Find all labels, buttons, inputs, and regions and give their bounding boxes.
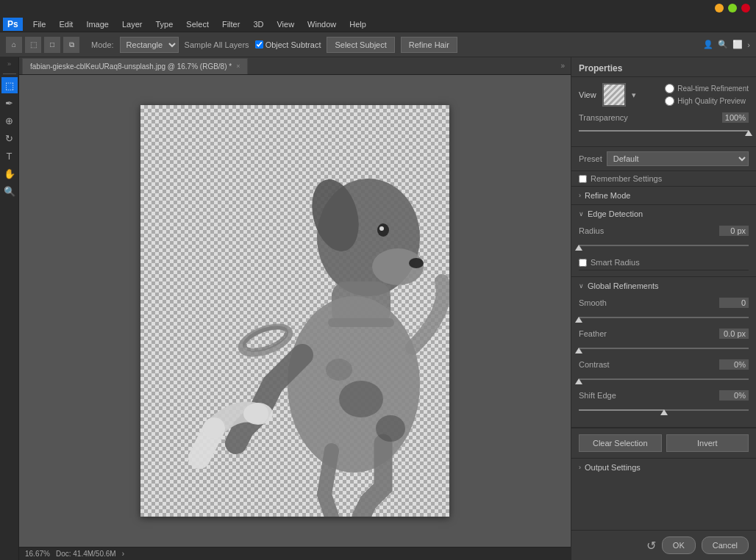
smooth-slider[interactable] — [579, 312, 749, 323]
status-arrow[interactable]: › — [122, 550, 124, 558]
contrast-thumb[interactable] — [575, 378, 582, 384]
ok-button[interactable]: OK — [662, 536, 696, 554]
canvas-viewport[interactable] — [19, 75, 571, 547]
menu-image[interactable]: Image — [80, 18, 115, 30]
refine-mode-header[interactable]: › Refine Mode — [571, 187, 756, 204]
radius-track — [579, 245, 749, 246]
view-section: View ▾ Real-time Refinement High Quality… — [571, 77, 756, 147]
transparency-slider-container[interactable] — [579, 126, 749, 136]
brush-tool[interactable]: ✒ — [1, 95, 18, 111]
menu-select[interactable]: Select — [180, 18, 215, 30]
global-refinements-header[interactable]: ∨ Global Refinements — [571, 277, 756, 295]
minimize-button[interactable] — [715, 4, 724, 12]
radius-value[interactable]: 0 px — [719, 226, 749, 236]
smooth-label: Smooth — [579, 298, 607, 307]
smooth-row: Smooth 0 — [579, 298, 749, 308]
mode-select[interactable]: Rectangle — [120, 37, 179, 53]
smooth-value[interactable]: 0 — [719, 298, 749, 308]
feather-track — [579, 348, 749, 349]
refine-mode-label: Refine Mode — [585, 191, 630, 200]
copy-icon[interactable]: ⧉ — [63, 37, 79, 53]
zoom-tool[interactable]: 🔍 — [1, 183, 18, 199]
radius-thumb[interactable] — [575, 245, 582, 251]
smart-radius-label: Smart Radius — [591, 258, 640, 267]
shift-edge-fill — [579, 409, 664, 411]
clear-selection-button[interactable]: Clear Selection — [579, 434, 662, 452]
cancel-button[interactable]: Cancel — [702, 536, 749, 554]
high-quality-preview-option: High Quality Preview — [665, 96, 749, 106]
healing-tool[interactable]: ⊕ — [1, 112, 18, 129]
search-icon[interactable]: 🔍 — [718, 40, 728, 49]
speech-tool[interactable]: T — [1, 148, 18, 164]
window-arrange-icon[interactable]: ⬜ — [732, 40, 743, 49]
transparency-fill — [579, 130, 749, 132]
high-quality-radio[interactable] — [665, 96, 674, 106]
shift-edge-thumb[interactable] — [660, 409, 668, 415]
smart-radius-checkbox[interactable] — [579, 259, 587, 267]
file-tab[interactable]: fabian-gieske-cblKeuURaq8-unsplash.jpg @… — [22, 58, 248, 74]
refine-mode-section: › Refine Mode — [571, 187, 756, 205]
toolbar-collapse[interactable]: » — [7, 60, 11, 68]
remember-settings-checkbox[interactable] — [579, 175, 587, 183]
transparency-thumb[interactable] — [745, 130, 752, 136]
close-button[interactable] — [741, 4, 750, 12]
reset-button[interactable]: ↺ — [646, 539, 656, 553]
home-icon[interactable]: ⌂ — [6, 37, 22, 53]
hand-tool[interactable]: ✋ — [1, 165, 18, 182]
tab-close-button[interactable]: × — [236, 62, 240, 70]
edge-detection-section: ∨ Edge Detection Radius 0 px Smart Radiu… — [571, 205, 756, 277]
feather-value[interactable]: 0.0 px — [719, 329, 749, 339]
view-dropdown-arrow: ▾ — [632, 90, 636, 100]
more-icon[interactable]: › — [747, 40, 750, 49]
menu-window[interactable]: Window — [302, 18, 342, 30]
menu-type[interactable]: Type — [150, 18, 179, 30]
menu-filter[interactable]: Filter — [216, 18, 246, 30]
mode-label: Mode: — [91, 40, 114, 49]
options-bar: ⌂ ⬚ □ ⧉ Mode: Rectangle Sample All Layer… — [0, 32, 756, 57]
svg-point-11 — [379, 226, 384, 231]
global-refinements-section: ∨ Global Refinements Smooth 0 Feather — [571, 277, 756, 428]
smooth-thumb[interactable] — [575, 317, 582, 323]
menu-edit[interactable]: Edit — [53, 18, 79, 30]
svg-point-8 — [376, 415, 405, 442]
preset-select[interactable]: Default Custom — [607, 151, 749, 166]
doc-size: Doc: 41.4M/50.6M — [56, 550, 116, 558]
global-refinements-content: Smooth 0 Feather 0.0 px — [571, 295, 756, 427]
right-panel: Properties View ▾ Real-time Refinement H… — [571, 57, 756, 560]
marquee-tool[interactable]: ⬚ — [1, 77, 18, 93]
menu-layer[interactable]: Layer — [116, 18, 149, 30]
invert-button[interactable]: Invert — [666, 434, 749, 452]
contrast-track — [579, 378, 749, 380]
view-thumbnail[interactable] — [602, 83, 626, 107]
edge-detection-label: Edge Detection — [588, 209, 643, 218]
radius-slider[interactable] — [579, 240, 749, 251]
menu-3d[interactable]: 3D — [247, 18, 269, 30]
refine-mode-arrow: › — [579, 192, 581, 199]
edge-detection-header[interactable]: ∨ Edge Detection — [571, 205, 756, 223]
output-settings-row[interactable]: › Output Settings — [571, 459, 756, 476]
tab-expand-icon[interactable]: » — [557, 62, 568, 70]
shift-edge-slider[interactable] — [579, 405, 749, 415]
shift-edge-label: Shift Edge — [579, 391, 616, 400]
contrast-value[interactable]: 0% — [719, 359, 749, 370]
brush-size-icon[interactable]: ⬚ — [25, 37, 41, 53]
panel-header: Properties — [571, 57, 756, 77]
feather-thumb[interactable] — [575, 348, 582, 353]
menu-file[interactable]: File — [27, 18, 52, 30]
contrast-slider[interactable] — [579, 374, 749, 384]
shift-edge-value[interactable]: 0% — [719, 390, 749, 401]
menu-help[interactable]: Help — [343, 18, 372, 30]
object-subtract-input[interactable] — [255, 40, 263, 49]
real-time-label: Real-time Refinement — [677, 85, 749, 93]
feather-slider[interactable] — [579, 343, 749, 353]
object-subtract-checkbox[interactable]: Object Subtract — [255, 40, 321, 49]
menu-view[interactable]: View — [271, 18, 300, 30]
lasso-tool[interactable]: ↻ — [1, 130, 18, 146]
maximize-button[interactable] — [728, 4, 737, 12]
real-time-radio[interactable] — [665, 84, 674, 93]
new-doc-icon[interactable]: □ — [44, 37, 60, 53]
select-subject-button[interactable]: Select Subject — [327, 37, 394, 53]
refine-hair-button[interactable]: Refine Hair — [401, 37, 457, 53]
radius-label: Radius — [579, 226, 604, 235]
transparency-value[interactable]: 100% — [722, 112, 749, 123]
